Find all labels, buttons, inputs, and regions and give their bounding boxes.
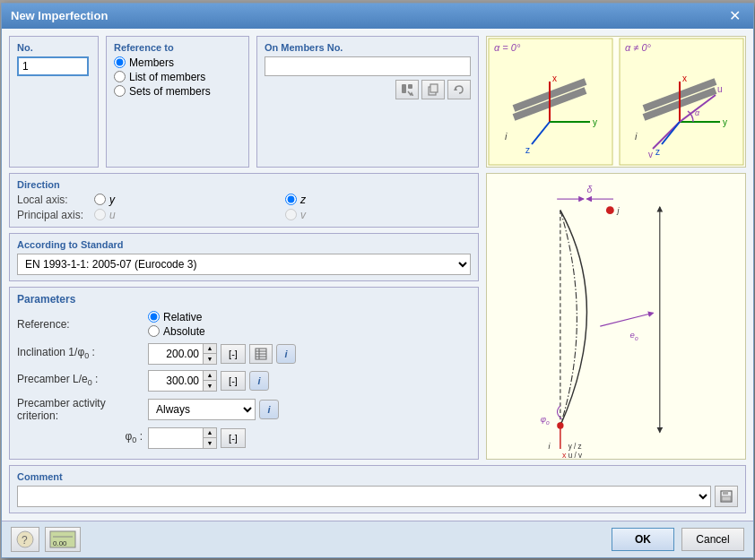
svg-text:u: u (717, 84, 723, 94)
svg-rect-0 (402, 84, 406, 93)
reference-to-label: Reference to (114, 42, 241, 53)
svg-text:δ: δ (586, 184, 592, 194)
svg-point-52 (557, 422, 563, 428)
svg-text:x: x (562, 450, 567, 458)
svg-text:i: i (549, 441, 551, 450)
precamber-unit: [-] (229, 375, 238, 386)
svg-text:y: y (723, 117, 727, 127)
left-panels: Direction Local axis: y z Principal axis… (9, 173, 479, 460)
inclination-spinner: ▲ ▼ (148, 343, 217, 365)
inclination-label: Inclination 1/φ0 : (17, 346, 143, 360)
svg-text:v: v (648, 150, 653, 159)
member-buttons (265, 80, 471, 99)
help-button[interactable]: ? (11, 527, 39, 552)
middle-row: Direction Local axis: y z Principal axis… (9, 173, 746, 460)
no-label: No. (17, 42, 91, 53)
precamber-arrows: ▲ ▼ (203, 371, 216, 391)
relative-label: Relative (163, 311, 202, 323)
inclination-info-btn[interactable]: i (276, 344, 296, 364)
direction-section: Direction Local axis: y z Principal axis… (9, 173, 479, 228)
reference-radios: Relative Absolute (148, 311, 471, 338)
svg-text:φo: φo (541, 414, 550, 425)
standard-select[interactable]: EN 1993-1-1: 2005-07 (Eurocode 3) (17, 254, 471, 275)
on-members-input[interactable] (265, 56, 471, 76)
sets-of-members-option[interactable]: Sets of members (114, 85, 241, 98)
comment-select[interactable] (17, 486, 711, 507)
v-label: v (300, 209, 306, 221)
direction-grid: Local axis: y z Principal axis: u (17, 194, 471, 221)
phi0-up[interactable]: ▲ (204, 428, 216, 438)
dialog-title: New Imperfection (11, 9, 108, 22)
undo-button[interactable] (447, 80, 471, 99)
footer-left: ? 0.00 (11, 527, 81, 552)
phi0-down[interactable]: ▼ (204, 438, 216, 448)
principal-v-option[interactable]: v (285, 209, 471, 221)
comment-input-row (17, 486, 738, 507)
comment-save-btn[interactable] (715, 486, 738, 507)
comment-label: Comment (17, 471, 738, 482)
z-label: z (300, 194, 306, 206)
svg-text:α = 0°: α = 0° (494, 42, 521, 53)
main-diagram-panel: δ j eo (486, 173, 746, 460)
absolute-option[interactable]: Absolute (148, 325, 471, 338)
absolute-label: Absolute (163, 325, 205, 338)
comment-section: Comment (9, 465, 746, 513)
inclination-arrows: ▲ ▼ (203, 344, 216, 364)
activity-info-btn[interactable]: i (259, 400, 279, 419)
footer-right: OK Cancel (612, 528, 744, 551)
inclination-up[interactable]: ▲ (204, 344, 216, 354)
activity-label: Precamber activitycriterion: (17, 397, 143, 422)
svg-text:u / v: u / v (568, 451, 583, 458)
svg-text:α: α (695, 108, 700, 117)
svg-rect-54 (723, 491, 728, 495)
inclination-input[interactable] (149, 344, 203, 364)
reference-param-label: Reference: (17, 318, 143, 331)
cancel-button[interactable]: Cancel (681, 528, 744, 551)
diagram-panel: α = 0° x y z i (486, 36, 746, 168)
inclination-bracket-btn[interactable]: [-] (221, 344, 246, 364)
calculator-button[interactable]: 0.00 (45, 527, 81, 552)
precamber-label: Precamber L/e0 : (17, 373, 143, 387)
on-members-label: On Members No. (265, 42, 471, 53)
close-button[interactable]: ✕ (725, 9, 744, 23)
members-option[interactable]: Members (114, 56, 241, 69)
phi0-spinner: ▲ ▼ (148, 427, 217, 449)
local-y-option[interactable]: y (94, 194, 280, 206)
precamber-up[interactable]: ▲ (204, 371, 216, 381)
copy-button[interactable] (421, 80, 445, 99)
svg-text:?: ? (22, 534, 28, 547)
ok-button[interactable]: OK (612, 528, 674, 551)
local-axis-label: Local axis: (17, 194, 89, 206)
phi0-input[interactable] (149, 428, 203, 448)
inclination-unit: [-] (229, 349, 238, 359)
svg-text:y: y (593, 117, 597, 127)
select-member-button[interactable] (395, 80, 419, 99)
relative-option[interactable]: Relative (148, 311, 471, 323)
precamber-info-btn[interactable]: i (249, 371, 269, 391)
u-label: u (109, 209, 116, 221)
svg-rect-3 (430, 84, 438, 92)
precamber-input[interactable] (149, 371, 203, 391)
inclination-controls: ▲ ▼ [-] (148, 343, 471, 365)
parameters-title: Parameters (17, 293, 471, 306)
inclination-down[interactable]: ▼ (204, 354, 216, 364)
on-members-section: On Members No. (256, 36, 479, 168)
svg-text:x: x (682, 73, 687, 83)
svg-text:eo: eo (630, 330, 638, 340)
svg-text:x: x (552, 73, 557, 83)
precamber-down[interactable]: ▼ (204, 381, 216, 391)
precamber-bracket-btn[interactable]: [-] (221, 371, 246, 391)
principal-axis-label: Principal axis: (17, 209, 89, 221)
svg-text:z: z (655, 147, 660, 157)
svg-text:0.00: 0.00 (53, 539, 67, 547)
activity-select[interactable]: Always If tension If compression (148, 399, 256, 420)
list-of-members-option[interactable]: List of members (114, 71, 241, 83)
principal-u-option[interactable]: u (94, 209, 280, 221)
local-z-option[interactable]: z (285, 194, 471, 206)
phi0-bracket-btn[interactable]: [-] (221, 428, 246, 448)
inclination-table-btn[interactable] (249, 344, 273, 364)
no-section: No. (9, 36, 99, 168)
title-bar: New Imperfection ✕ (2, 4, 753, 29)
precamber-controls: ▲ ▼ [-] i (148, 370, 471, 392)
no-input[interactable] (17, 56, 89, 76)
